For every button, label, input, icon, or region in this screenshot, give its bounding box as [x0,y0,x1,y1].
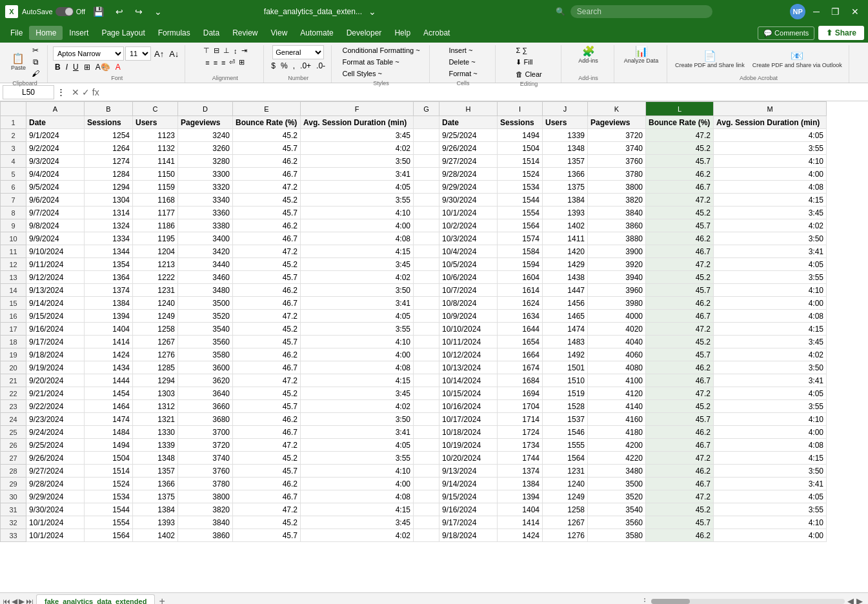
cell-30-11[interactable]: 47.2 [646,490,714,503]
cell-20-6[interactable] [414,361,439,374]
decimal-decrease-button[interactable]: .0- [314,61,327,71]
cell-21-0[interactable]: 9/20/2024 [26,374,85,387]
cell-24-4[interactable]: 46.2 [233,413,301,426]
cell-23-9[interactable]: 1528 [543,400,588,413]
cell-28-9[interactable]: 1231 [543,465,588,478]
cell-13-4[interactable]: 45.7 [233,271,301,284]
cell-4-3[interactable]: 3280 [178,155,233,168]
cell-19-6[interactable] [414,348,439,361]
header-cell-11[interactable]: Bounce Rate (%) [646,116,714,129]
wrap-text-button[interactable]: ⏎ [228,57,236,68]
col-header-A[interactable]: A [26,102,85,116]
header-cell-3[interactable]: Pageviews [178,116,233,129]
cell-2-9[interactable]: 1339 [543,129,588,142]
col-header-E[interactable]: E [233,102,301,116]
cell-22-4[interactable]: 45.2 [233,387,301,400]
cell-12-11[interactable]: 47.2 [646,258,714,271]
header-cell-10[interactable]: Pageviews [588,116,646,129]
cell-30-4[interactable]: 46.7 [233,490,301,503]
cell-30-1[interactable]: 1534 [85,490,133,503]
minimize-button[interactable]: ─ [809,6,823,17]
cell-8-2[interactable]: 1177 [133,206,178,219]
cell-31-12[interactable]: 3:55 [714,503,827,516]
cell-6-0[interactable]: 9/5/2024 [26,181,85,194]
clear-button[interactable]: 🗑 Clear [512,69,545,79]
header-cell-5[interactable]: Avg. Session Duration (min) [301,116,414,129]
cell-29-6[interactable] [414,478,439,490]
cell-32-1[interactable]: 1554 [85,516,133,529]
share-button[interactable]: ⬆ Share [818,26,864,40]
cell-styles-button[interactable]: Cell Styles ~ [339,68,386,79]
cell-26-0[interactable]: 9/25/2024 [26,439,85,452]
cell-28-3[interactable]: 3760 [178,465,233,478]
cell-24-5[interactable]: 3:50 [301,413,414,426]
cell-20-11[interactable]: 46.2 [646,361,714,374]
cell-19-2[interactable]: 1276 [133,348,178,361]
formula-input[interactable] [103,88,865,97]
cell-17-11[interactable]: 47.2 [646,323,714,336]
cell-31-11[interactable]: 45.2 [646,503,714,516]
underline-button[interactable]: U [71,62,81,72]
cell-27-3[interactable]: 3740 [178,452,233,465]
cell-21-1[interactable]: 1444 [85,374,133,387]
cell-30-3[interactable]: 3800 [178,490,233,503]
cell-20-8[interactable]: 1674 [498,361,543,374]
format-button[interactable]: Format ~ [445,68,481,79]
cell-18-9[interactable]: 1483 [543,336,588,348]
cell-32-12[interactable]: 4:10 [714,516,827,529]
cell-32-8[interactable]: 1414 [498,516,543,529]
cell-11-0[interactable]: 9/10/2024 [26,245,85,258]
cell-12-9[interactable]: 1429 [543,258,588,271]
col-header-B[interactable]: B [85,102,133,116]
cell-3-12[interactable]: 3:55 [714,142,827,155]
cell-27-11[interactable]: 47.2 [646,452,714,465]
cell-11-2[interactable]: 1204 [133,245,178,258]
cell-10-10[interactable]: 3880 [588,232,646,245]
cell-2-11[interactable]: 47.2 [646,129,714,142]
cell-22-0[interactable]: 9/21/2024 [26,387,85,400]
menu-help[interactable]: Help [388,26,417,40]
cell-32-9[interactable]: 1267 [543,516,588,529]
cell-23-0[interactable]: 9/22/2024 [26,400,85,413]
cell-7-12[interactable]: 4:15 [714,194,827,206]
cell-3-0[interactable]: 9/2/2024 [26,142,85,155]
cell-25-7[interactable]: 10/18/2024 [439,426,498,439]
cell-24-2[interactable]: 1321 [133,413,178,426]
col-header-G[interactable]: G [414,102,439,116]
cell-10-11[interactable]: 46.2 [646,232,714,245]
cell-25-9[interactable]: 1546 [543,426,588,439]
cell-7-10[interactable]: 3820 [588,194,646,206]
menu-data[interactable]: Data [197,26,226,40]
cell-33-11[interactable]: 46.2 [646,529,714,542]
cell-6-8[interactable]: 1534 [498,181,543,194]
cell-21-3[interactable]: 3620 [178,374,233,387]
cell-33-9[interactable]: 1276 [543,529,588,542]
cell-12-2[interactable]: 1213 [133,258,178,271]
cell-9-1[interactable]: 1324 [85,219,133,232]
cell-6-4[interactable]: 47.2 [233,181,301,194]
cell-29-3[interactable]: 3780 [178,478,233,490]
cell-21-8[interactable]: 1684 [498,374,543,387]
horizontal-scrollbar[interactable] [651,599,845,604]
scrollbar-thumb[interactable] [651,599,690,604]
header-cell-1[interactable]: Sessions [85,116,133,129]
cell-33-8[interactable]: 1424 [498,529,543,542]
cell-29-0[interactable]: 9/28/2024 [26,478,85,490]
cell-18-12[interactable]: 3:45 [714,336,827,348]
cell-10-3[interactable]: 3400 [178,232,233,245]
cell-20-1[interactable]: 1434 [85,361,133,374]
font-size-increase-button[interactable]: A↑ [152,48,166,59]
cell-13-0[interactable]: 9/12/2024 [26,271,85,284]
cell-29-11[interactable]: 46.7 [646,478,714,490]
cell-17-6[interactable] [414,323,439,336]
menu-automate[interactable]: Automate [294,26,339,40]
add-sheet-button[interactable]: + [155,596,168,605]
cell-11-9[interactable]: 1420 [543,245,588,258]
cell-15-7[interactable]: 10/8/2024 [439,297,498,310]
cell-30-9[interactable]: 1249 [543,490,588,503]
cell-2-10[interactable]: 3720 [588,129,646,142]
comma-button[interactable]: , [291,61,297,71]
redo-button[interactable]: ↪ [131,6,146,17]
cell-14-1[interactable]: 1374 [85,284,133,297]
cell-4-11[interactable]: 45.7 [646,155,714,168]
